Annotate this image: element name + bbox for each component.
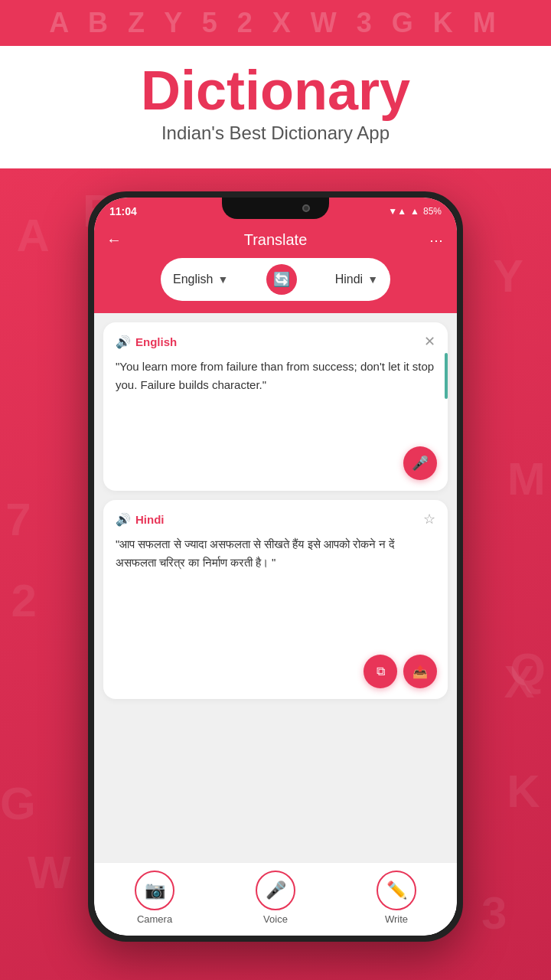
phone-screen: 11:04 ▼▲ ▲ 85% ← Translate ⋯ English ▼ [94, 198, 457, 936]
status-icons: ▼▲ ▲ 85% [388, 206, 442, 217]
camera-nav-item[interactable]: 📷 Camera [135, 871, 174, 925]
translate-icon: 🔄 [273, 271, 290, 288]
share-button[interactable]: 📤 [403, 655, 437, 688]
voice-nav-item[interactable]: 🎤 Voice [256, 871, 295, 925]
write-nav-item[interactable]: ✏️ Write [377, 871, 416, 925]
microphone-button[interactable]: 🎤 [403, 446, 437, 480]
hindi-text: "आप सफलता से ज्यादा असफलता से सीखते हैंय… [116, 535, 435, 572]
camera-label: Camera [137, 913, 172, 925]
hindi-box-header: 🔊 Hindi ☆ [116, 511, 435, 528]
battery-icon: 85% [423, 206, 442, 217]
english-box-header: 🔊 English ✕ [116, 333, 435, 350]
scroll-indicator [445, 353, 448, 399]
copy-button[interactable]: ⧉ [364, 655, 397, 688]
share-icon: 📤 [412, 665, 428, 679]
top-banner: A B Z Y 5 2 X W 3 G K M Dictionary India… [0, 0, 551, 168]
swap-languages-button[interactable]: 🔄 [266, 264, 297, 295]
copy-icon: ⧉ [377, 665, 385, 678]
english-text: "You learn more from failure than from s… [116, 358, 435, 394]
wifi-icon: ▼▲ [388, 206, 406, 217]
target-language-button[interactable]: Hindi ▼ [335, 273, 378, 286]
voice-icon-circle: 🎤 [256, 871, 295, 910]
content-area: 🔊 English ✕ "You learn more from failure… [94, 313, 457, 862]
back-button[interactable]: ← [106, 231, 122, 249]
write-icon: ✏️ [386, 880, 407, 900]
camera-icon-circle: 📷 [135, 871, 174, 910]
write-label: Write [385, 913, 408, 925]
more-button[interactable]: ⋯ [429, 232, 445, 249]
english-translation-box: 🔊 English ✕ "You learn more from failure… [103, 322, 448, 491]
source-language-label: English [173, 273, 213, 286]
main-background: A B Z 5 Y 2 X W 3 G K M 7 Q 11:04 ▼▲ ▲ [0, 168, 551, 980]
microphone-icon: 🎤 [412, 455, 429, 472]
language-bar: English ▼ 🔄 Hindi ▼ [161, 258, 390, 301]
hindi-language-label: 🔊 Hindi [116, 512, 165, 527]
app-title: Dictionary [141, 63, 410, 118]
target-language-label: Hindi [335, 273, 363, 286]
status-bar: 11:04 ▼▲ ▲ 85% [94, 198, 457, 225]
screen-title: Translate [244, 231, 308, 249]
english-speaker-icon[interactable]: 🔊 [116, 335, 131, 349]
write-icon-circle: ✏️ [377, 871, 416, 910]
language-selector: English ▼ 🔄 Hindi ▼ [94, 258, 457, 313]
app-header: ← Translate ⋯ [94, 225, 457, 258]
hindi-label-text: Hindi [135, 513, 165, 526]
status-time: 11:04 [109, 205, 137, 217]
signal-icon: ▲ [410, 206, 419, 217]
voice-icon: 🎤 [266, 880, 286, 900]
source-language-button[interactable]: English ▼ [173, 273, 228, 286]
favorite-button[interactable]: ☆ [423, 511, 435, 528]
bottom-navigation: 📷 Camera 🎤 Voice ✏️ Write [94, 862, 457, 936]
notch-camera [302, 204, 310, 212]
pattern-bar: A B Z Y 5 2 X W 3 G K M [0, 0, 551, 46]
close-button[interactable]: ✕ [424, 333, 435, 350]
english-label-text: English [135, 335, 177, 348]
action-buttons: ⧉ 📤 [364, 655, 437, 688]
app-subtitle: Indian's Best Dictionary App [161, 122, 390, 144]
source-dropdown-arrow: ▼ [217, 273, 228, 286]
camera-icon: 📷 [145, 880, 165, 900]
hindi-translation-box: 🔊 Hindi ☆ "आप सफलता से ज्यादा असफलता से … [103, 500, 448, 699]
english-language-label: 🔊 English [116, 335, 177, 349]
hindi-speaker-icon[interactable]: 🔊 [116, 512, 131, 527]
notch [222, 198, 329, 219]
phone-mockup: 11:04 ▼▲ ▲ 85% ← Translate ⋯ English ▼ [88, 191, 463, 942]
voice-label: Voice [263, 913, 288, 925]
target-dropdown-arrow: ▼ [367, 273, 378, 286]
